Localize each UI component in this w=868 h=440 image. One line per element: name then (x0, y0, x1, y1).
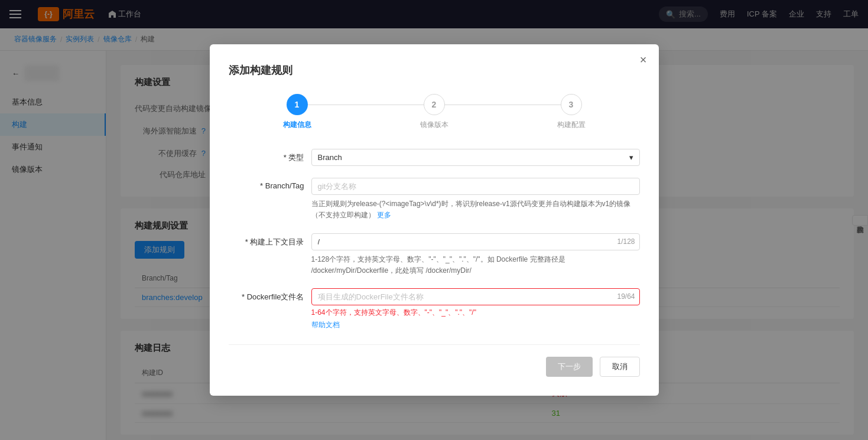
dockerfile-help-link[interactable]: 帮助文档 (311, 320, 340, 330)
stepper: 1 构建信息 2 镜像版本 3 构建配置 (229, 94, 640, 130)
step-3: 3 构建配置 (503, 94, 640, 130)
step-label-2: 镜像版本 (420, 120, 448, 130)
modal-close-button[interactable]: × (640, 54, 647, 66)
modal-title: 添加构建规则 (229, 63, 640, 77)
add-build-rule-modal: × 添加构建规则 1 构建信息 2 镜像版本 3 构建配置 * 类型 (210, 44, 659, 396)
step-circle-3: 3 (561, 94, 582, 115)
context-field-row: * 构建上下文目录 1/128 1-128个字符，支持英文字母、数字、"-"、"… (229, 233, 640, 276)
type-select-value: Branch (318, 153, 342, 162)
dockerfile-char-count: 19/64 (617, 292, 635, 301)
dockerfile-field-control: 19/64 1-64个字符，支持英文字母、数字、"-"、"_"、"."、"/" … (311, 288, 640, 330)
dockerfile-error: 1-64个字符，支持英文字母、数字、"-"、"_"、"."、"/" (311, 308, 640, 318)
context-field-label: * 构建上下文目录 (229, 233, 311, 247)
branch-tag-hint: 当正则规则为release-(?<imageTag>\v\d*)时，将识别rel… (311, 198, 640, 221)
context-field-control: 1/128 1-128个字符，支持英文字母、数字、"-"、"_"、"."、"/"… (311, 233, 640, 276)
cancel-button[interactable]: 取消 (600, 357, 640, 377)
modal-footer: 下一步 取消 (229, 344, 640, 377)
dockerfile-field-label: * Dockerfile文件名 (229, 288, 311, 302)
step-circle-2: 2 (424, 94, 445, 115)
dockerfile-input[interactable] (311, 288, 640, 305)
overlay: × 添加构建规则 1 构建信息 2 镜像版本 3 构建配置 * 类型 (0, 0, 868, 440)
step-1: 1 构建信息 (229, 94, 366, 130)
context-hint: 1-128个字符，支持英文字母、数字、"-"、"_"、"."、"/"。如 Doc… (311, 254, 640, 276)
type-field-label: * 类型 (229, 149, 311, 163)
dockerfile-field-row: * Dockerfile文件名 19/64 1-64个字符，支持英文字母、数字、… (229, 288, 640, 330)
step-label-3: 构建配置 (557, 120, 586, 130)
branch-tag-field-label: * Branch/Tag (229, 178, 311, 190)
branch-tag-input[interactable] (311, 178, 640, 195)
type-field-row: * 类型 Branch ▾ (229, 149, 640, 166)
context-input-wrapper: 1/128 (311, 233, 640, 250)
type-select[interactable]: Branch ▾ (311, 149, 640, 166)
context-char-count: 1/128 (617, 237, 635, 246)
step-2: 2 镜像版本 (366, 94, 503, 130)
branch-tag-field-row: * Branch/Tag 当正则规则为release-(?<imageTag>\… (229, 178, 640, 221)
type-field-control: Branch ▾ (311, 149, 640, 166)
context-input[interactable] (311, 233, 640, 250)
chevron-down-icon: ▾ (629, 153, 633, 162)
dockerfile-input-wrapper: 19/64 (311, 288, 640, 305)
step-circle-1: 1 (287, 94, 308, 115)
next-step-button[interactable]: 下一步 (546, 357, 593, 377)
step-label-1: 构建信息 (283, 120, 311, 130)
branch-tag-more-link[interactable]: 更多 (377, 211, 391, 219)
branch-tag-field-control: 当正则规则为release-(?<imageTag>\v\d*)时，将识别rel… (311, 178, 640, 221)
build-info-form: * 类型 Branch ▾ * Branch/Tag 当正则规则为release… (229, 149, 640, 330)
